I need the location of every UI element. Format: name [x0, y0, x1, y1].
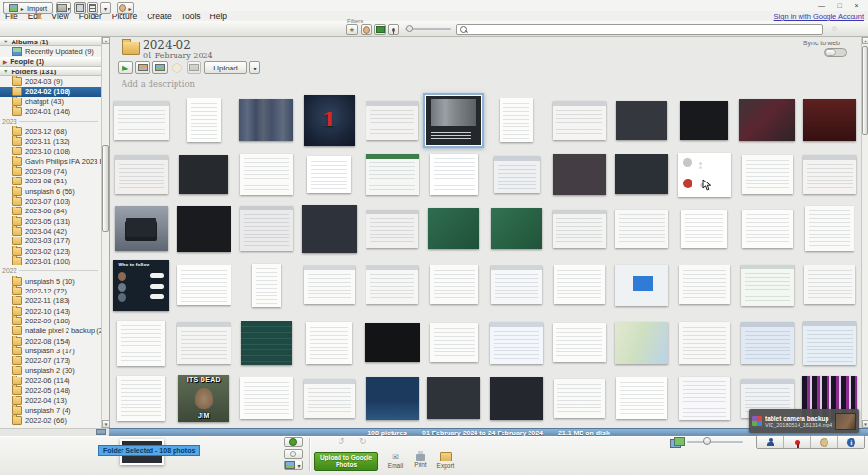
play-slideshow-button[interactable]: ▶: [118, 61, 133, 74]
thumbnail[interactable]: [681, 210, 727, 248]
sidebar-item-2023-05[interactable]: 2023-05 (131): [0, 216, 101, 226]
thumbnail[interactable]: [427, 377, 480, 419]
upload-to-google-photos-button[interactable]: Upload to Google Photos: [314, 452, 378, 471]
description-field[interactable]: Add a description: [122, 79, 195, 89]
thumbnail[interactable]: [177, 206, 231, 252]
thumbnail[interactable]: [177, 265, 231, 305]
zoom-slider-knob[interactable]: [703, 437, 711, 445]
sidebar-item-2022-09[interactable]: 2022-09 (180): [0, 316, 101, 325]
sidebar-scrollbar[interactable]: ▲ ▼: [101, 37, 109, 428]
sidebar-item-2023-09[interactable]: 2023-09 (74): [0, 166, 101, 176]
thumbnail[interactable]: [307, 156, 351, 193]
thumbnail[interactable]: [741, 265, 794, 306]
upload-button[interactable]: Upload: [204, 61, 247, 74]
thumbnail[interactable]: [805, 206, 854, 251]
sidebar-item-unsplash[interactable]: unsplash 5 (10): [0, 276, 101, 286]
thumbnail[interactable]: [680, 101, 728, 140]
add-to-album-button[interactable]: ▾: [284, 461, 303, 470]
maximize-button[interactable]: □: [831, 1, 848, 10]
thumbnail[interactable]: [553, 323, 606, 362]
sidebar-item-2024-03[interactable]: 2024-03 (9): [0, 76, 101, 86]
sync-to-web-toggle[interactable]: [824, 48, 847, 57]
share-button[interactable]: [187, 61, 201, 74]
thumbnail[interactable]: [241, 321, 292, 365]
sidebar-item-2023-02[interactable]: 2023-02 (123): [0, 246, 101, 256]
sidebar-item-2022-08[interactable]: 2022-08 (154): [0, 336, 101, 346]
sidebar-item-2023-07[interactable]: 2023-07 (103): [0, 196, 101, 206]
sign-in-link[interactable]: Sign in with Google Account: [774, 13, 864, 21]
sidebar-item-2022-12[interactable]: 2022-12 (72): [0, 286, 101, 295]
thumbnail[interactable]: [177, 322, 231, 364]
sidebar-item-chatgpt[interactable]: chatgpt (43): [0, 97, 101, 106]
rotate-ccw-button[interactable]: ↺: [338, 436, 345, 446]
upload-dropdown-button[interactable]: ▾: [249, 61, 260, 74]
sidebar-item-2024-01[interactable]: 2024-01 (146): [0, 106, 101, 116]
thumbnail[interactable]: [366, 101, 418, 140]
properties-panel-button[interactable]: i: [838, 436, 864, 448]
export-button[interactable]: Export: [434, 450, 457, 471]
thumbnail[interactable]: [302, 205, 357, 253]
thumbnail[interactable]: [114, 101, 169, 140]
list-view-button[interactable]: [87, 2, 98, 14]
sidebar-item-2022-04[interactable]: 2022-04 (13): [0, 396, 101, 405]
thumbnail[interactable]: [500, 98, 533, 142]
sidebar-item-2022-10[interactable]: 2022-10 (143): [0, 306, 101, 316]
sidebar-item-2023-11[interactable]: 2023-11 (132): [0, 136, 101, 146]
tags-panel-button[interactable]: [811, 436, 838, 448]
thumbnail[interactable]: [366, 377, 419, 420]
people-tool-button[interactable]: ▸: [117, 2, 134, 14]
thumbnail[interactable]: [117, 376, 165, 421]
sidebar-section-people[interactable]: ▶People (1): [0, 57, 101, 67]
thumbnail[interactable]: [490, 377, 543, 420]
view-options-button[interactable]: ▾: [100, 2, 111, 14]
thumbnail[interactable]: [117, 321, 165, 366]
content-scrollbar-thumb[interactable]: [862, 46, 868, 135]
thumbnail[interactable]: [430, 323, 478, 362]
thumbnail[interactable]: [553, 210, 606, 248]
thumbnail[interactable]: [615, 265, 668, 306]
sidebar-item-natalie[interactable]: natalie pixel 2 backup (209): [0, 326, 101, 336]
thumbnail[interactable]: [187, 98, 221, 142]
thumbnail[interactable]: [115, 155, 168, 194]
sidebar-item-2023-08[interactable]: 2023-08 (51): [0, 177, 101, 186]
thumbnail-selected[interactable]: [426, 96, 481, 145]
thumbnail[interactable]: [742, 210, 793, 248]
geotag-filter-button[interactable]: [388, 24, 399, 35]
thumbnail[interactable]: [616, 101, 667, 140]
sidebar-item-recently[interactable]: Recently Updated (9): [0, 46, 101, 56]
expand-collapse-icon[interactable]: ▼: [3, 39, 8, 44]
thumbnail[interactable]: [615, 322, 668, 364]
sidebar-item-gavin[interactable]: Gavin Philips IFA 2023 Expen...: [0, 156, 101, 166]
thumbnail[interactable]: [240, 377, 293, 419]
thumbnail[interactable]: [554, 379, 605, 418]
thumbnail[interactable]: [615, 154, 668, 194]
thumbnail[interactable]: [741, 322, 794, 364]
rotate-cw-button[interactable]: ↻: [359, 436, 366, 446]
expand-collapse-icon[interactable]: ▶: [3, 59, 7, 65]
thumbnail[interactable]: [366, 265, 418, 304]
sidebar-item-2023-03[interactable]: 2023-03 (177): [0, 237, 101, 246]
thumbnail-view-button[interactable]: [74, 2, 86, 14]
sidebar-item-selected-2024-02[interactable]: 2024-02 (108): [0, 87, 101, 97]
thumbnail[interactable]: [252, 264, 281, 307]
thumbnail[interactable]: [494, 156, 540, 193]
thumbnail[interactable]: [430, 154, 478, 195]
thumbnail[interactable]: [491, 208, 542, 249]
print-button[interactable]: Print: [409, 450, 432, 471]
thumbnail[interactable]: [615, 210, 668, 248]
thumbnail[interactable]: [803, 155, 856, 194]
thumbnail[interactable]: [803, 321, 856, 365]
thumbnail[interactable]: [239, 99, 293, 141]
people-panel-button[interactable]: [757, 436, 784, 448]
sidebar-item-2023-10[interactable]: 2023-10 (108): [0, 147, 101, 156]
thumbnail[interactable]: [554, 265, 605, 304]
thumbnail[interactable]: [304, 379, 355, 418]
thumbnail[interactable]: [739, 99, 795, 141]
thumbnail[interactable]: [179, 155, 228, 194]
scroll-up-icon[interactable]: ▲: [862, 37, 868, 44]
thumbnail[interactable]: [366, 154, 419, 195]
sidebar-item-2022-05[interactable]: 2022-05 (148): [0, 385, 101, 395]
thumbnail[interactable]: [365, 323, 420, 362]
sidebar-item-2023-04[interactable]: 2023-04 (42): [0, 226, 101, 236]
thumbnail[interactable]: [304, 265, 355, 304]
